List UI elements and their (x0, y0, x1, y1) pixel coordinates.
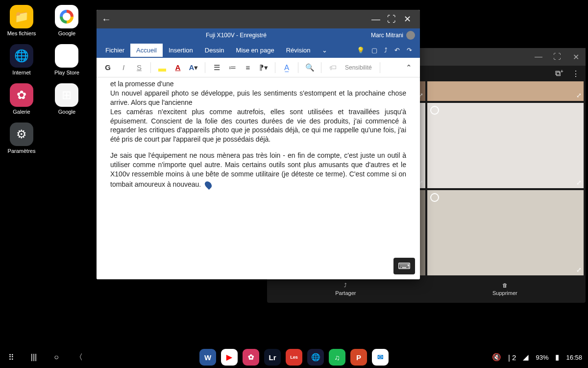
app-label: Google (45, 30, 88, 36)
select-circle[interactable] (430, 106, 439, 115)
align-button[interactable]: ≡ (242, 61, 254, 74)
app-parametres[interactable]: ⚙ Paramètres (0, 123, 43, 154)
minimize-button[interactable]: ― (533, 52, 544, 61)
text-paragraph: Je sais que l'équipement ne nous mènera … (110, 151, 406, 188)
collapse-ribbon-button[interactable]: ⌃ (402, 61, 415, 74)
wifi-icon: ◢ (523, 353, 529, 362)
user-badge[interactable]: Marc Mitrani (371, 31, 415, 40)
bold-button[interactable]: G (101, 61, 114, 74)
document-body[interactable]: et la promesse d'une Un nouvel appareil … (97, 77, 420, 279)
bullets-button[interactable]: ☰ (210, 61, 223, 74)
share-label: Partager (335, 290, 356, 296)
dock-outlook[interactable]: ✉ (372, 349, 389, 366)
keyboard-button[interactable]: ⌨ (393, 258, 415, 274)
italic-button[interactable]: I (117, 61, 130, 74)
delete-label: Supprimer (492, 290, 517, 296)
search-button[interactable]: 🔍 (303, 61, 316, 74)
create-icon[interactable]: ⧉⁺ (555, 69, 563, 78)
taskbar: ⠿ ||| ○ 〈 W ▶ ✿ Lr Les 🌐 ♫ P ✉ 🔇 | 2 ◢ 9… (0, 346, 588, 368)
back-button[interactable]: 〈 (74, 352, 84, 363)
dock-youtube[interactable]: ▶ (221, 349, 238, 366)
maximize-button[interactable]: ⛶ (384, 14, 399, 25)
app-internet[interactable]: 🌐 Internet (0, 44, 43, 75)
dock-spotify[interactable]: ♫ (329, 349, 345, 366)
trash-icon: 🗑 (502, 282, 508, 288)
app-mes-fichiers[interactable]: 📁 Mes fichiers (0, 5, 43, 36)
gallery-icon: ✿ (10, 83, 33, 107)
user-name: Marc Mitrani (371, 32, 403, 39)
close-button[interactable]: ✕ (570, 52, 582, 62)
system-tray[interactable]: 🔇 | 2 ◢ 93% ▮ 16:58 (492, 353, 582, 362)
highlight-button[interactable] (156, 61, 169, 74)
settings-icon: ⚙ (10, 123, 33, 146)
delete-button[interactable]: 🗑 Supprimer (492, 282, 517, 296)
app-galerie[interactable]: ✿ Galerie (0, 83, 43, 115)
tab-mise-en-page[interactable]: Mise en page (230, 44, 280, 57)
app-label: Google (45, 109, 88, 115)
tab-revision[interactable]: Révision (280, 44, 317, 57)
dock-lightroom[interactable]: Lr (264, 349, 281, 366)
document-title: Fuji X100V - Enregistré (101, 32, 371, 39)
dock-internet[interactable]: 🌐 (307, 349, 324, 366)
expand-icon[interactable]: ⤢ (576, 266, 582, 273)
avatar (406, 31, 415, 40)
sensitivity-label[interactable]: Sensibilité (342, 64, 375, 71)
app-label: Mes fichiers (0, 30, 43, 36)
dock-lesjours[interactable]: Les (286, 349, 302, 366)
tab-accueil[interactable]: Accueil (130, 44, 163, 57)
undo-icon[interactable]: ↶ (394, 47, 400, 54)
minimize-button[interactable]: ― (368, 14, 384, 25)
numbering-button[interactable]: ≔ (226, 61, 239, 74)
gallery-thumb[interactable]: ⤢ (427, 103, 584, 188)
redo-icon[interactable]: ↷ (407, 47, 412, 54)
word-ribbon: G I S A A▾ ☰ ≔ ≡ ⁋▾ A̲ 🔍 🏷 Sensibilité ⌃ (97, 58, 420, 77)
share-icon[interactable]: ⤴ (384, 47, 388, 54)
more-icon[interactable]: ⋮ (572, 69, 580, 78)
lightbulb-icon[interactable]: 💡 (357, 47, 365, 54)
gallery-actions: ⤴ Partager 🗑 Supprimer (267, 275, 586, 303)
text-cursor-handle[interactable] (203, 180, 213, 190)
text-line: et la promesse d'une (110, 79, 406, 89)
apps-button[interactable]: ⠿ (6, 353, 17, 362)
expand-icon[interactable]: ⤢ (576, 179, 582, 186)
dock-galerie[interactable]: ✿ (243, 349, 259, 366)
app-play-store[interactable]: ▶ Play Store (45, 44, 88, 75)
gallery-thumb[interactable]: ⤢ (427, 81, 584, 101)
mute-icon[interactable]: 🔇 (492, 353, 501, 362)
underline-button[interactable]: S (133, 61, 146, 74)
text-paragraph: Les caméras n'excitent plus comme autref… (110, 107, 406, 145)
app-google[interactable]: Google (45, 5, 88, 36)
clock: 16:58 (566, 354, 582, 361)
app-google-folder[interactable]: ⊞ Google (45, 83, 88, 115)
tab-insertion[interactable]: Insertion (163, 44, 199, 57)
recents-button[interactable]: ||| (28, 353, 39, 362)
sensitivity-icon[interactable]: 🏷 (326, 61, 339, 74)
font-style-button[interactable]: A▾ (187, 61, 200, 74)
back-button[interactable]: ← (101, 14, 111, 25)
select-circle[interactable] (430, 193, 439, 202)
reading-icon[interactable]: ▢ (371, 47, 377, 54)
tab-more[interactable]: ⌄ (316, 44, 333, 57)
tab-fichier[interactable]: Fichier (99, 44, 130, 57)
battery-percent: 93% (536, 354, 548, 361)
word-header: Fuji X100V - Enregistré Marc Mitrani Fic… (97, 28, 420, 58)
share-icon: ⤴ (344, 282, 347, 288)
battery-icon: ▮ (555, 353, 559, 362)
font-color-button[interactable]: A (172, 61, 184, 74)
dock-word[interactable]: W (199, 349, 216, 366)
close-button[interactable]: ✕ (399, 14, 415, 25)
gallery-thumb[interactable]: ⤢ (427, 190, 584, 275)
desktop-icons-area: 📁 Mes fichiers Google 🌐 Internet ▶ Play … (0, 5, 93, 162)
tab-dessin[interactable]: Dessin (199, 44, 230, 57)
dock-powerpoint[interactable]: P (350, 349, 367, 366)
paragraph-button[interactable]: ⁋▾ (257, 61, 270, 74)
expand-icon[interactable]: ⤢ (576, 92, 582, 99)
app-label: Paramètres (0, 148, 43, 154)
sim-icon: | 2 (508, 353, 516, 362)
share-button[interactable]: ⤴ Partager (335, 282, 356, 296)
styles-button[interactable]: A̲ (280, 61, 293, 74)
play-store-icon: ▶ (55, 44, 78, 68)
home-button[interactable]: ○ (51, 353, 62, 362)
maximize-button[interactable]: ⛶ (551, 52, 563, 61)
text-paragraph: Un nouvel appareil photo se développe, p… (110, 89, 406, 107)
